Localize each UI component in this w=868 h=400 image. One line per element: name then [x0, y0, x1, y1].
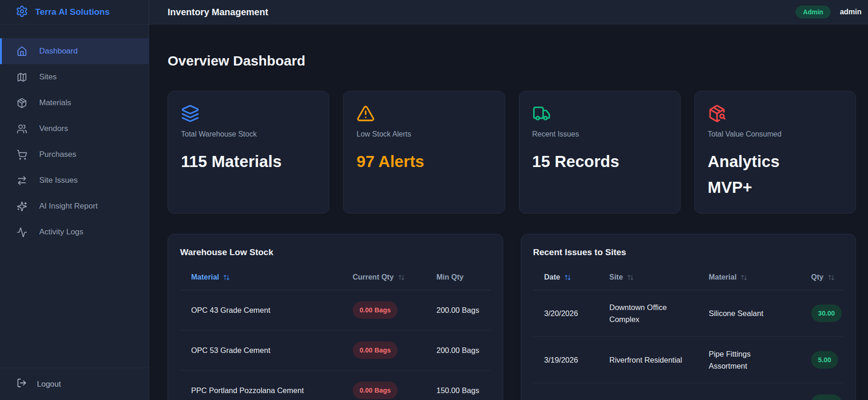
table-title: Warehouse Low Stock: [180, 247, 491, 257]
low-qty-badge: 0.00 Bags: [353, 382, 398, 399]
current-qty-cell: 0.00 Bags: [342, 382, 426, 399]
material-cell: UPVC Pipes (2 inch): [698, 397, 800, 400]
column-header-date[interactable]: Date: [533, 273, 598, 281]
qty-cell: 30.00: [800, 304, 844, 322]
table-header-row: DateSiteMaterialQty: [533, 273, 844, 290]
table-row: PPC Portland Pozzolana Cement0.00 Bags15…: [180, 370, 491, 400]
table-row: OPC 43 Grade Cement0.00 Bags200.00 Bags: [180, 290, 491, 330]
column-label: Current Qty: [353, 273, 394, 281]
site-cell: Downtown Office Complex: [598, 301, 698, 325]
role-badge: Admin: [796, 6, 831, 18]
stat-value: 97 Alerts: [356, 149, 491, 174]
tables-row: Warehouse Low Stock MaterialCurrent QtyM…: [168, 234, 856, 400]
map-icon: [17, 72, 27, 83]
sort-icon: [564, 274, 571, 281]
material-cell: OPC 43 Grade Cement: [180, 304, 342, 316]
sidebar-item-label: AI Insight Report: [39, 202, 98, 211]
sidebar-item-label: Sites: [39, 72, 57, 82]
material-cell: OPC 53 Grade Cement: [180, 344, 342, 356]
sidebar-item-label: Materials: [39, 98, 71, 107]
logout-icon: [17, 378, 27, 390]
table-title: Recent Issues to Sites: [533, 247, 844, 257]
sidebar-nav: DashboardSitesMaterialsVendorsPurchasesS…: [0, 24, 149, 368]
sidebar-item-site-issues[interactable]: Site Issues: [0, 167, 149, 193]
gear-icon: [16, 5, 28, 19]
column-header-material[interactable]: Material: [698, 273, 800, 281]
stat-value: 115 Materials: [181, 149, 316, 174]
min-qty-cell: 150.00 Bags: [425, 384, 490, 396]
table-body: OPC 43 Grade Cement0.00 Bags200.00 BagsO…: [180, 290, 491, 400]
column-label: Qty: [811, 273, 824, 281]
min-qty-cell: 200.00 Bags: [425, 304, 490, 316]
qty-cell: 50.00: [800, 394, 844, 400]
sidebar-item-dashboard[interactable]: Dashboard: [0, 38, 149, 64]
users-icon: [17, 124, 27, 134]
stat-card-low-stock-alerts: Low Stock Alerts97 Alerts: [343, 91, 505, 214]
sidebar-item-label: Purchases: [39, 150, 76, 159]
sidebar-item-purchases[interactable]: Purchases: [0, 142, 149, 167]
stat-label: Low Stock Alerts: [356, 130, 491, 138]
app-title: Inventory Management: [168, 7, 268, 18]
alert-triangle-icon: [356, 104, 491, 125]
column-label: Site: [609, 273, 623, 281]
truck-icon: [532, 104, 667, 125]
qty-badge: 5.00: [811, 351, 838, 369]
stat-card-total-value-consumed: Total Value ConsumedAnalytics MVP+: [694, 91, 856, 214]
recent-issues-card: Recent Issues to Sites DateSiteMaterialQ…: [521, 234, 856, 400]
app-root: Terra AI Solutions DashboardSitesMateria…: [0, 0, 868, 400]
package-icon: [17, 98, 27, 108]
layers-icon: [181, 104, 316, 125]
brand-name: Terra AI Solutions: [35, 7, 110, 17]
stat-cards-row: Total Warehouse Stock115 MaterialsLow St…: [168, 91, 856, 214]
arrows-left-right-icon: [17, 175, 27, 186]
column-label: Material: [191, 273, 219, 281]
stat-value: 15 Records: [532, 149, 667, 174]
stat-label: Total Warehouse Stock: [181, 130, 316, 138]
column-label: Date: [544, 273, 561, 281]
main-content: Overview Dashboard Total Warehouse Stock…: [149, 24, 868, 400]
sort-icon: [741, 274, 747, 281]
sidebar-item-label: Site Issues: [39, 176, 78, 185]
sidebar-item-vendors[interactable]: Vendors: [0, 116, 149, 142]
qty-cell: 5.00: [800, 351, 844, 369]
current-qty-cell: 0.00 Bags: [342, 301, 426, 319]
material-cell: Pipe Fittings Assortment: [698, 348, 800, 372]
stat-label: Total Value Consumed: [708, 130, 843, 138]
table-row: 3/19/2026Riverfront ResidentialUPVC Pipe…: [533, 383, 844, 400]
table-row: OPC 53 Grade Cement0.00 Bags200.00 Bags: [180, 330, 491, 370]
stat-label: Recent Issues: [532, 130, 667, 138]
sparkles-icon: [17, 201, 27, 212]
activity-icon: [17, 227, 27, 238]
table-row: 3/20/2026Downtown Office ComplexSilicone…: [533, 290, 844, 337]
qty-badge: 50.00: [811, 394, 842, 400]
sort-icon: [223, 274, 230, 281]
column-header-material[interactable]: Material: [180, 273, 342, 281]
logout-label: Logout: [37, 380, 61, 389]
table-body: 3/20/2026Downtown Office ComplexSilicone…: [533, 290, 844, 400]
username: admin: [840, 8, 862, 16]
table-header-row: MaterialCurrent QtyMin Qty: [180, 273, 491, 290]
topbar: Inventory Management Admin admin: [149, 0, 868, 24]
date-cell: 3/19/2026: [533, 397, 598, 400]
sidebar-item-materials[interactable]: Materials: [0, 90, 149, 116]
column-header-current-qty[interactable]: Current Qty: [342, 273, 426, 281]
home-icon: [17, 46, 27, 57]
page-title: Overview Dashboard: [168, 53, 856, 69]
site-cell: Riverfront Residential: [598, 354, 698, 366]
table-row: 3/19/2026Riverfront ResidentialPipe Fitt…: [533, 337, 844, 383]
column-header-min-qty: Min Qty: [425, 273, 490, 281]
sidebar-item-ai-insight-report[interactable]: AI Insight Report: [0, 193, 149, 219]
low-qty-badge: 0.00 Bags: [353, 341, 398, 359]
sidebar-item-sites[interactable]: Sites: [0, 64, 149, 90]
date-cell: 3/20/2026: [533, 307, 598, 319]
sidebar: Terra AI Solutions DashboardSitesMateria…: [0, 0, 149, 400]
column-header-site[interactable]: Site: [598, 273, 698, 281]
date-cell: 3/19/2026: [533, 354, 598, 366]
main-column: Inventory Management Admin admin Overvie…: [149, 0, 868, 400]
sort-icon: [828, 274, 835, 281]
logout-button[interactable]: Logout: [0, 368, 149, 400]
min-qty-cell: 200.00 Bags: [425, 344, 490, 356]
column-header-qty[interactable]: Qty: [800, 273, 844, 281]
sidebar-item-activity-logs[interactable]: Activity Logs: [0, 219, 149, 245]
cart-icon: [17, 149, 27, 160]
